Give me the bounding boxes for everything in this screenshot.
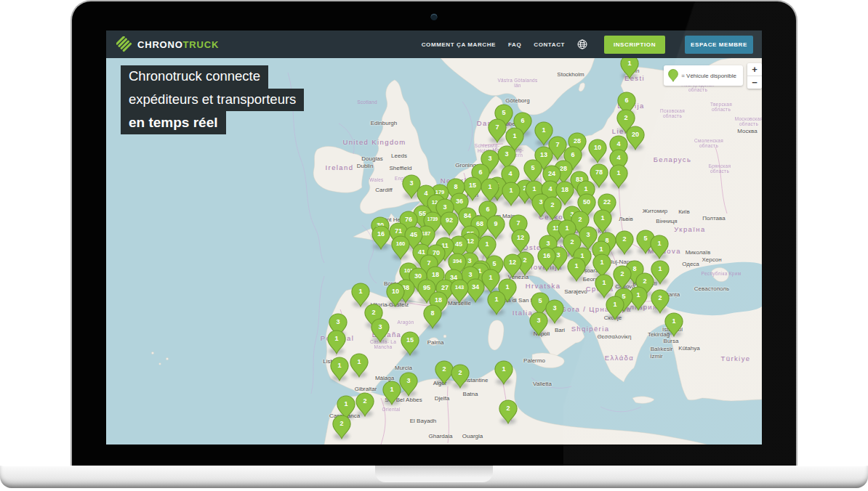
vehicle-cluster-marker[interactable]: 1 [327, 330, 346, 354]
laptop-base [0, 466, 868, 488]
land-crete [632, 397, 654, 404]
vehicle-cluster-marker[interactable]: 1 [382, 381, 401, 405]
logo-chrono: CHRONO [137, 39, 183, 50]
logo[interactable]: CHRONOTRUCK [116, 36, 219, 52]
land-atlantic-isle-3 [159, 363, 161, 365]
vehicle-cluster-marker[interactable]: 1 [606, 296, 624, 320]
vehicle-cluster-marker[interactable]: 1 [330, 357, 349, 381]
zoom-in-button[interactable]: + [747, 63, 762, 76]
vehicle-cluster-marker[interactable]: 7 [488, 118, 507, 143]
land-menorca [443, 335, 446, 338]
land-mallorca [429, 338, 438, 346]
legend-text: = Véhicule disponible [681, 73, 736, 79]
nav-faq[interactable]: FAQ [508, 41, 521, 48]
land-ireland [313, 147, 363, 193]
navbar-links: COMMENT ÇA MARCHE FAQ CONTACT INSCRIPTIO… [422, 36, 753, 54]
land-atlantic-isle-2 [166, 357, 168, 360]
logo-text: CHRONOTRUCK [137, 39, 219, 50]
map-legend: = Véhicule disponible [664, 65, 743, 86]
hero-line-3: en temps réel [121, 111, 226, 134]
language-globe-icon[interactable] [577, 39, 587, 49]
vehicle-map[interactable]: StockholmGöteborgTallinnKøbenhavnEdinbur… [106, 58, 762, 445]
vehicle-cluster-marker[interactable]: 2 [355, 392, 374, 417]
laptop-screen-bezel: CHRONOTRUCK COMMENT ÇA MARCHE FAQ CONTAC… [71, 0, 797, 466]
vehicle-cluster-marker[interactable]: 92 [440, 211, 459, 236]
vehicle-cluster-marker[interactable]: 2 [651, 289, 670, 314]
inscription-button[interactable]: INSCRIPTION [604, 36, 665, 54]
vehicle-cluster-marker[interactable]: 1 [567, 257, 586, 282]
vehicle-cluster-marker[interactable]: 2 [543, 196, 562, 221]
land-sardinia [488, 320, 504, 350]
vehicle-cluster-marker[interactable]: 1 [494, 360, 513, 385]
vehicle-cluster-marker[interactable]: 3 [399, 372, 418, 397]
vehicle-cluster-marker[interactable]: 20 [626, 126, 645, 150]
vehicle-cluster-marker[interactable]: 2 [499, 399, 518, 424]
espace-membre-button[interactable]: ESPACE MEMBRE [685, 36, 753, 54]
zoom-out-button[interactable]: − [747, 76, 762, 89]
vehicle-cluster-marker[interactable]: 8 [423, 304, 442, 329]
vehicle-cluster-marker[interactable]: 1 [502, 182, 521, 206]
vehicle-cluster-marker[interactable]: 1 [487, 291, 506, 315]
vehicle-cluster-marker[interactable]: 16 [371, 225, 390, 250]
vehicle-cluster-marker[interactable]: 10 [386, 283, 405, 307]
vehicle-cluster-marker[interactable]: 3 [529, 312, 548, 336]
browser-page: CHRONOTRUCK COMMENT ÇA MARCHE FAQ CONTAC… [106, 31, 762, 445]
vehicle-cluster-marker[interactable]: 3 [371, 318, 390, 343]
navbar: CHRONOTRUCK COMMENT ÇA MARCHE FAQ CONTAC… [106, 31, 762, 58]
vehicle-cluster-marker[interactable]: 2 [332, 415, 351, 439]
hero-line-2: expéditeurs et transporteurs [121, 89, 304, 112]
nav-contact[interactable]: CONTACT [534, 41, 565, 48]
vehicle-cluster-marker[interactable]: 12 [511, 229, 530, 253]
vehicle-cluster-marker[interactable]: 1 [609, 164, 628, 189]
webcam-dot [431, 14, 438, 20]
land-atlantic-isle-1 [151, 352, 153, 354]
vehicle-cluster-marker[interactable]: 12 [503, 253, 522, 278]
vehicle-cluster-marker[interactable]: 143 [450, 279, 469, 304]
vehicle-cluster-marker[interactable]: 1 [481, 178, 499, 203]
laptop-mockup: CHRONOTRUCK COMMENT ÇA MARCHE FAQ CONTAC… [0, 0, 868, 491]
legend-pin-icon [668, 69, 678, 82]
nav-comment-ca-marche[interactable]: COMMENT ÇA MARCHE [422, 41, 496, 48]
vehicle-cluster-marker[interactable]: 2 [615, 230, 634, 255]
vehicle-cluster-marker[interactable]: 15 [401, 331, 419, 356]
vehicle-cluster-marker[interactable]: 1 [595, 274, 614, 299]
vehicle-cluster-marker[interactable]: 160 [391, 235, 410, 260]
land-scandinavia [441, 58, 595, 115]
vehicle-cluster-marker[interactable]: 16 [537, 247, 556, 272]
vehicle-cluster-marker[interactable]: 1 [664, 312, 683, 337]
land-gotland [579, 83, 585, 92]
hero-line-1: Chronotruck connecte [121, 65, 268, 89]
hero-headline: Chronotruck connecte expéditeurs et tran… [121, 65, 304, 134]
logo-truck: TRUCK [183, 39, 220, 50]
laptop-base-notch [375, 466, 493, 482]
vehicle-cluster-marker[interactable]: 10 [588, 139, 607, 163]
vehicle-cluster-marker[interactable]: 1 [650, 235, 669, 259]
land-sicily [532, 353, 564, 368]
chronotruck-logo-icon [116, 36, 132, 52]
vehicle-cluster-marker[interactable]: 1 [350, 353, 369, 378]
map-zoom-control: + − [747, 63, 762, 89]
vehicle-cluster-marker[interactable]: 1 [620, 58, 639, 79]
vehicle-cluster-marker[interactable]: 2 [451, 364, 470, 389]
